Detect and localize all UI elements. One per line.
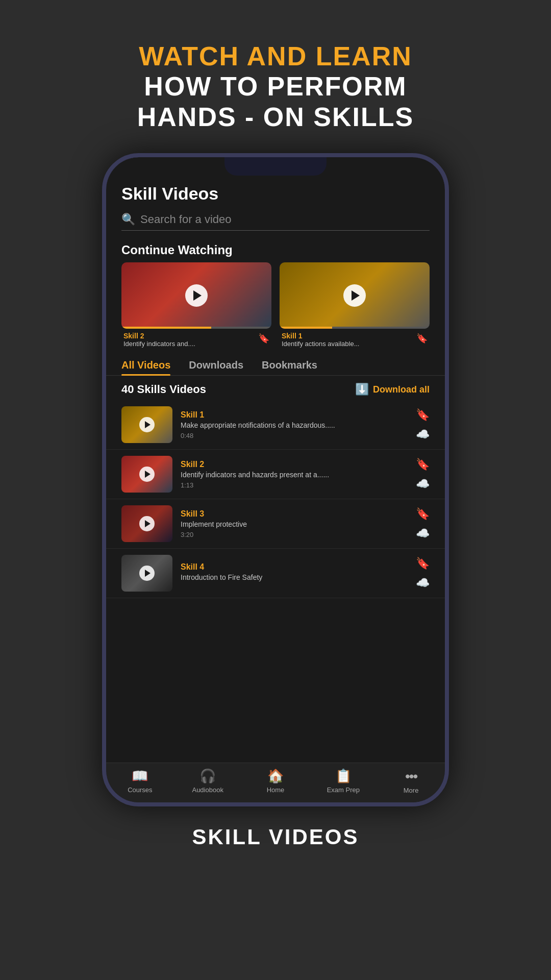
progress-bar-1 <box>121 327 271 329</box>
nav-home[interactable]: 🏠 Home <box>242 768 310 794</box>
play-btn-small-1[interactable] <box>139 417 155 432</box>
phone-screen: Skill Videos 🔍 Search for a video Contin… <box>106 157 445 802</box>
progress-fill-1 <box>121 327 211 329</box>
video-skill-4: Skill 4 <box>181 562 408 572</box>
play-triangle-small-4 <box>145 570 151 577</box>
continue-watching-row: Skill 2 Identify indicators and.... 🔖 <box>106 262 445 358</box>
video-list: Skill 1 Make appropriate notifications o… <box>106 400 445 762</box>
volume-down-button[interactable] <box>102 310 106 341</box>
search-bar[interactable]: 🔍 Search for a video <box>121 213 430 231</box>
download-action-4[interactable]: ☁️ <box>416 576 430 590</box>
more-icon: ••• <box>405 768 417 785</box>
nav-exam-prep[interactable]: 📋 Exam Prep <box>309 768 377 794</box>
videos-count: 40 Skills Videos <box>121 383 206 396</box>
bookmark-action-3[interactable]: 🔖 <box>416 507 430 521</box>
phone-notch <box>224 157 327 176</box>
search-icon: 🔍 <box>121 213 135 226</box>
video-item-3[interactable]: Skill 3 Implement protective 3:20 🔖 ☁️ <box>106 499 445 549</box>
video-duration-3: 3:20 <box>181 531 408 538</box>
video-actions-4: 🔖 ☁️ <box>416 557 430 590</box>
video-thumb-1[interactable] <box>121 406 172 443</box>
screen-header: Skill Videos <box>106 178 445 208</box>
video-desc-1: Make appropriate notifications of a haza… <box>181 421 408 430</box>
play-button-1[interactable] <box>185 284 208 307</box>
bookmark-action-4[interactable]: 🔖 <box>416 557 430 570</box>
cw-desc-1: Identify indicators and.... <box>123 340 195 349</box>
video-item-1[interactable]: Skill 1 Make appropriate notifications o… <box>106 400 445 450</box>
cw-card-1-thumb[interactable] <box>121 262 271 329</box>
play-triangle-small-2 <box>145 471 151 478</box>
download-action-2[interactable]: ☁️ <box>416 477 430 491</box>
play-btn-small-2[interactable] <box>139 467 155 482</box>
cw-card-2-thumb[interactable] <box>280 262 430 329</box>
play-btn-small-4[interactable] <box>139 566 155 581</box>
video-duration-2: 1:13 <box>181 481 408 489</box>
videos-header: 40 Skills Videos ⬇️ Download all <box>106 376 445 400</box>
cw-skill-label-2: Skill 1 <box>282 332 359 340</box>
page-title: Skill Videos <box>121 184 430 204</box>
video-item-2[interactable]: Skill 2 Identify indicators and hazards … <box>106 450 445 499</box>
nav-courses-label: Courses <box>128 786 152 794</box>
hero-line1: WATCH AND LEARN <box>137 41 414 71</box>
video-thumb-2[interactable] <box>121 456 172 493</box>
video-desc-3: Implement protective <box>181 520 408 529</box>
search-input[interactable]: Search for a video <box>140 213 232 226</box>
bookmark-icon-2[interactable]: 🔖 <box>416 333 428 344</box>
bookmark-action-2[interactable]: 🔖 <box>416 458 430 471</box>
volume-up-button[interactable] <box>102 270 106 300</box>
nav-more[interactable]: ••• More <box>377 768 445 794</box>
bottom-label: SKILL VIDEOS <box>192 825 359 849</box>
tabs-row: All Videos Downloads Bookmarks <box>106 357 445 376</box>
nav-audiobook[interactable]: 🎧 Audiobook <box>174 768 242 794</box>
video-skill-1: Skill 1 <box>181 410 408 420</box>
video-actions-2: 🔖 ☁️ <box>416 458 430 491</box>
download-action-3[interactable]: ☁️ <box>416 527 430 540</box>
play-button-2[interactable] <box>343 284 366 307</box>
bookmark-action-1[interactable]: 🔖 <box>416 408 430 422</box>
cw-info-2: Skill 1 Identify actions available... 🔖 <box>280 329 430 350</box>
download-all-label: Download all <box>373 384 430 395</box>
cw-skill-label-1: Skill 2 <box>123 332 195 340</box>
nav-courses[interactable]: 📖 Courses <box>106 768 174 794</box>
cw-card-1-bg <box>121 262 271 329</box>
cw-card-2[interactable]: Skill 1 Identify actions available... 🔖 <box>280 262 430 350</box>
bottom-nav: 📖 Courses 🎧 Audiobook 🏠 Home 📋 Exam Prep… <box>106 763 445 802</box>
continue-watching-title: Continue Watching <box>106 239 445 262</box>
video-info-2: Skill 2 Identify indicators and hazards … <box>181 460 408 489</box>
video-desc-2: Identify indicators and hazards present … <box>181 470 408 479</box>
exam-prep-icon: 📋 <box>335 768 352 784</box>
bookmark-icon-1[interactable]: 🔖 <box>258 333 269 344</box>
download-action-1[interactable]: ☁️ <box>416 428 430 441</box>
tab-bookmarks[interactable]: Bookmarks <box>262 359 317 375</box>
video-desc-4: Introduction to Fire Safety <box>181 573 408 582</box>
video-thumb-3[interactable] <box>121 505 172 542</box>
download-all-button[interactable]: ⬇️ Download all <box>355 383 430 396</box>
video-actions-1: 🔖 ☁️ <box>416 408 430 441</box>
power-button[interactable] <box>445 290 449 336</box>
hero-section: WATCH AND LEARN HOW TO PERFORM HANDS - O… <box>137 41 414 133</box>
progress-fill-2 <box>280 327 332 329</box>
video-duration-1: 0:48 <box>181 432 408 439</box>
video-thumb-4[interactable] <box>121 555 172 592</box>
cw-info-1: Skill 2 Identify indicators and.... 🔖 <box>121 329 271 350</box>
play-btn-small-3[interactable] <box>139 516 155 531</box>
nav-more-label: More <box>404 787 419 794</box>
play-triangle-small-1 <box>145 421 151 428</box>
play-triangle-icon <box>193 290 202 301</box>
video-info-3: Skill 3 Implement protective 3:20 <box>181 509 408 538</box>
home-icon: 🏠 <box>267 768 284 784</box>
tab-all-videos[interactable]: All Videos <box>121 359 170 375</box>
hero-line2b: HANDS - ON SKILLS <box>137 102 414 133</box>
cw-card-1[interactable]: Skill 2 Identify indicators and.... 🔖 <box>121 262 271 350</box>
play-triangle-icon-2 <box>352 290 360 301</box>
video-info-4: Skill 4 Introduction to Fire Safety <box>181 562 408 584</box>
video-skill-3: Skill 3 <box>181 509 408 519</box>
video-item-4[interactable]: Skill 4 Introduction to Fire Safety 🔖 ☁️ <box>106 549 445 598</box>
screen-content: Skill Videos 🔍 Search for a video Contin… <box>106 157 445 763</box>
nav-audiobook-label: Audiobook <box>192 786 223 794</box>
phone-frame: Skill Videos 🔍 Search for a video Contin… <box>102 153 449 806</box>
progress-bar-2 <box>280 327 430 329</box>
tab-downloads[interactable]: Downloads <box>189 359 243 375</box>
video-info-1: Skill 1 Make appropriate notifications o… <box>181 410 408 439</box>
audiobook-icon: 🎧 <box>199 768 216 784</box>
